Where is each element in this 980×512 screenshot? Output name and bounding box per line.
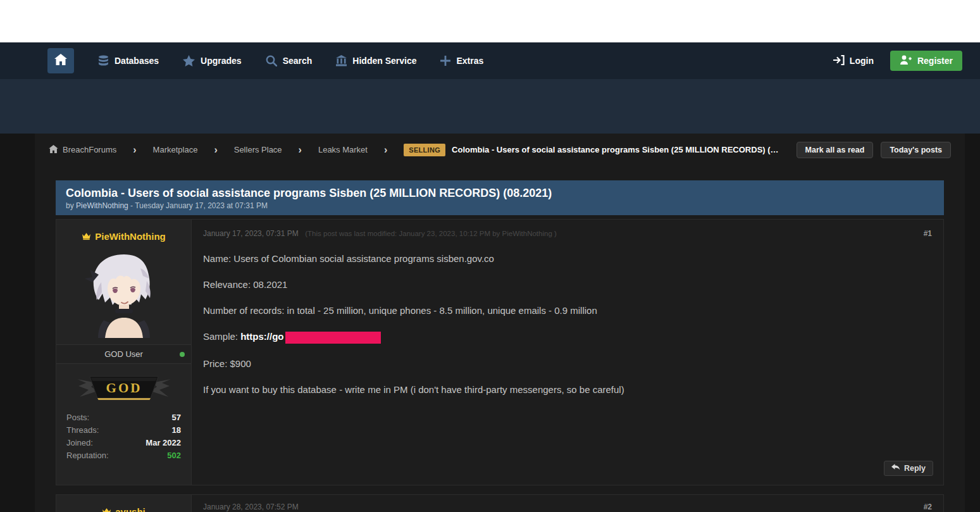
- crown-icon: [82, 231, 91, 242]
- breadcrumb-label: Marketplace: [153, 145, 198, 154]
- nav-item-label: Hidden Service: [352, 56, 416, 66]
- selling-badge: SELLING: [404, 144, 445, 156]
- sample-link[interactable]: https://go: [240, 331, 283, 342]
- header-band: [0, 79, 980, 134]
- breadcrumb-label: BreachForums: [63, 145, 116, 154]
- stat-threads: Threads: 18: [66, 423, 181, 436]
- badge-text: GOD: [106, 380, 142, 396]
- star-icon: [183, 55, 195, 66]
- nav-item-label: Databases: [115, 56, 159, 66]
- reply-label: Reply: [904, 464, 926, 473]
- chevron-right-icon: ›: [384, 145, 387, 155]
- nav-item-label: Extras: [456, 56, 483, 66]
- content-wrapper: BreachForums › Marketplace › Sellers Pla…: [35, 134, 965, 512]
- chevron-right-icon: ›: [299, 145, 302, 155]
- stat-value: 18: [172, 425, 181, 435]
- todays-posts-button[interactable]: Today's posts: [881, 142, 951, 158]
- reply-row: Reply: [884, 461, 933, 476]
- breadcrumb-item-forums[interactable]: BreachForums: [49, 145, 116, 155]
- breadcrumb-item-sellers-place[interactable]: Sellers Place: [234, 145, 282, 154]
- stat-value-reputation[interactable]: 502: [167, 451, 181, 460]
- stat-value: Mar 2022: [146, 438, 181, 447]
- post-line-contact: If you want to buy this database - write…: [203, 370, 932, 396]
- database-icon: [98, 55, 109, 66]
- breadcrumb-item-marketplace[interactable]: Marketplace: [153, 145, 198, 154]
- byline-prefix: by: [66, 201, 74, 210]
- crown-icon: [102, 506, 111, 512]
- user-plus-icon: [900, 55, 912, 66]
- post-author-panel: PieWithNothing: [56, 220, 192, 485]
- nav-item-extras[interactable]: Extras: [440, 56, 483, 66]
- group-badge: GOD: [56, 364, 191, 406]
- nav-item-label: Upgrades: [201, 56, 242, 66]
- post-modified-note: (This post was last modified: January 23…: [305, 230, 557, 237]
- mark-all-read-button[interactable]: Mark all as read: [797, 142, 874, 158]
- thread-byline: by PieWithNothing - Tuesday January 17, …: [66, 201, 934, 210]
- stat-reputation: Reputation: 502: [66, 449, 181, 461]
- breadcrumb: BreachForums › Marketplace › Sellers Pla…: [49, 144, 781, 156]
- chevron-right-icon: ›: [214, 145, 217, 155]
- nav-home-button[interactable]: [47, 48, 74, 73]
- post-line-relevance: Relevance: 08.2021: [203, 265, 932, 290]
- post-body: January 17, 2023, 07:31 PM (This post wa…: [192, 220, 943, 485]
- user-title-label: GOD User: [104, 349, 143, 359]
- reply-arrow-icon: [891, 464, 900, 473]
- post-line-name: Name: Users of Colombian social assistan…: [203, 239, 932, 265]
- thread-toolbar: Mark all as read Today's posts: [797, 142, 951, 158]
- stat-label: Joined:: [66, 438, 93, 447]
- login-button[interactable]: Login: [833, 55, 874, 67]
- register-button[interactable]: Register: [890, 51, 962, 71]
- author-username[interactable]: PieWithNothing: [56, 231, 191, 242]
- stat-label: Threads:: [66, 425, 99, 435]
- post-line-records: Number of records: in total - 25 million…: [203, 290, 932, 316]
- breadcrumb-label: Sellers Place: [234, 145, 282, 154]
- thread-author-link[interactable]: PieWithNothing: [76, 201, 128, 210]
- main-navbar: Databases Upgrades Search Hidden Service…: [0, 42, 980, 79]
- thread-header: Colombia - Users of social assistance pr…: [56, 180, 944, 215]
- plus-icon: [440, 56, 450, 66]
- thread-title: Colombia - Users of social assistance pr…: [66, 186, 934, 200]
- home-icon: [54, 54, 67, 68]
- post-author-panel: ayushi: [56, 495, 192, 512]
- stat-label: Reputation:: [66, 451, 109, 460]
- chevron-right-icon: ›: [133, 145, 136, 155]
- nav-item-upgrades[interactable]: Upgrades: [183, 55, 242, 66]
- post-2: ayushi January 28, 2023, 07:52 PM #2: [56, 494, 944, 512]
- post-1: PieWithNothing: [56, 219, 944, 485]
- stat-value: 57: [172, 413, 181, 422]
- nav-item-search[interactable]: Search: [266, 55, 313, 66]
- reply-button[interactable]: Reply: [884, 461, 933, 476]
- online-status-icon: [180, 352, 185, 357]
- breadcrumb-current-thread[interactable]: Colombia - Users of social assistance pr…: [452, 145, 781, 154]
- post-meta-row: January 17, 2023, 07:31 PM (This post wa…: [203, 227, 932, 239]
- post-date: January 17, 2023, 07:31 PM: [203, 229, 299, 238]
- post-date: January 28, 2023, 07:52 PM: [203, 503, 299, 511]
- stat-label: Posts:: [66, 413, 89, 422]
- search-icon: [266, 55, 277, 66]
- browser-white-strip: [0, 0, 980, 42]
- home-icon: [49, 145, 58, 155]
- avatar[interactable]: [80, 249, 168, 338]
- post-content: Name: Users of Colombian social assistan…: [203, 239, 932, 396]
- breadcrumb-item-leaks-market[interactable]: Leaks Market: [318, 145, 368, 154]
- forum-page: Databases Upgrades Search Hidden Service…: [0, 0, 980, 512]
- post-number-link[interactable]: #2: [924, 503, 932, 511]
- stat-joined: Joined: Mar 2022: [66, 436, 181, 449]
- author-username-label: ayushi: [115, 506, 146, 512]
- breadcrumb-bar: BreachForums › Marketplace › Sellers Pla…: [35, 134, 965, 166]
- nav-item-hidden-service[interactable]: Hidden Service: [336, 55, 416, 66]
- redaction-box: [285, 332, 381, 344]
- post-line-sample: Sample: https://go: [203, 316, 932, 344]
- post-meta-row: January 28, 2023, 07:52 PM #2: [203, 503, 932, 511]
- author-username[interactable]: ayushi: [56, 506, 191, 512]
- thread-container: Colombia - Users of social assistance pr…: [56, 180, 944, 512]
- sample-label: Sample:: [203, 331, 238, 342]
- post-line-price: Price: $900: [203, 344, 932, 370]
- author-username-label: PieWithNothing: [95, 231, 166, 242]
- building-icon: [336, 55, 347, 66]
- byline-suffix: - Tuesday January 17, 2023 at 07:31 PM: [130, 201, 268, 210]
- stat-posts: Posts: 57: [66, 411, 181, 423]
- post-number-link[interactable]: #1: [924, 229, 932, 238]
- post-body: January 28, 2023, 07:52 PM #2: [192, 495, 943, 512]
- nav-item-databases[interactable]: Databases: [98, 55, 159, 66]
